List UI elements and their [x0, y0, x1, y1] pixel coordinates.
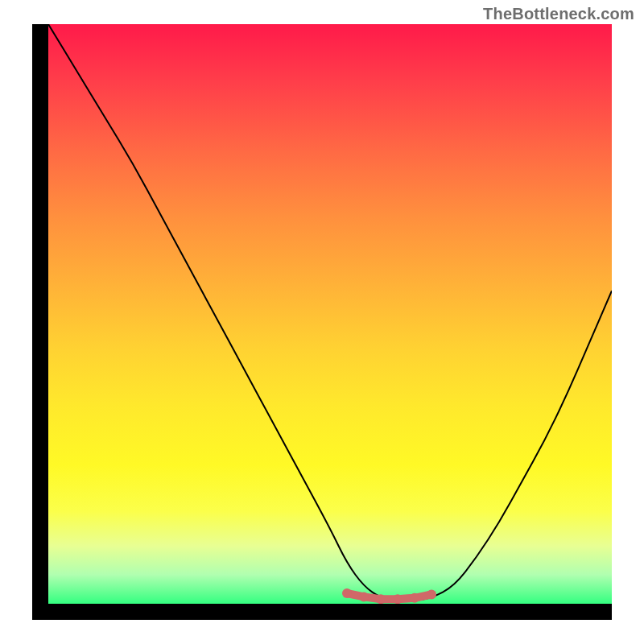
chart-plot-area: [48, 24, 612, 604]
watermark-text: TheBottleneck.com: [483, 5, 634, 23]
marker-dot: [410, 593, 419, 603]
marker-dot: [376, 594, 386, 604]
marker-dot: [393, 594, 402, 604]
chart-svg: [48, 24, 612, 604]
curve-line: [48, 24, 612, 601]
chart-outer-frame: [32, 24, 612, 620]
marker-dot: [342, 588, 352, 598]
marker-dot: [359, 592, 369, 601]
marker-dot: [427, 590, 436, 600]
